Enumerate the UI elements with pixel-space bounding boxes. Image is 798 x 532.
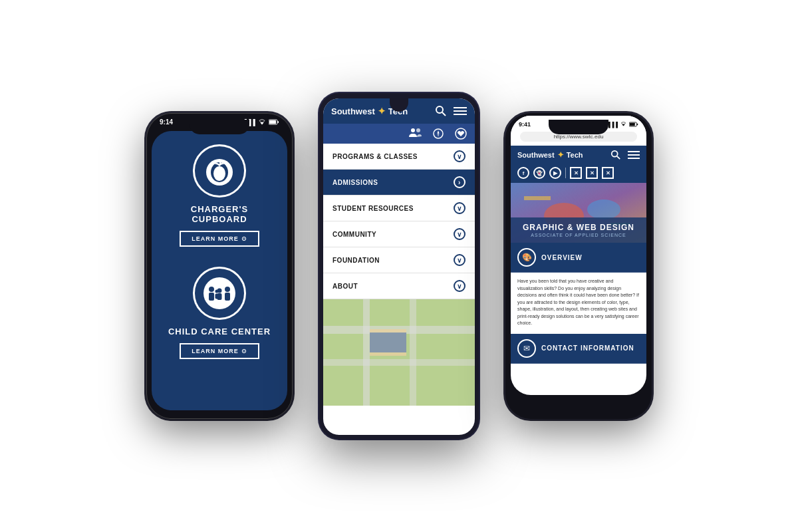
map-preview: VISIT CAMPUS APPLY NOW APPLY A CLASS	[323, 299, 475, 406]
svg-rect-32	[637, 124, 638, 126]
hero-sub: ASSOCIATE OF APPLIED SCIENCE	[516, 233, 641, 237]
chevron-admissions: ›	[454, 176, 466, 188]
palette-icon: 🎨	[517, 248, 536, 267]
status-icons-right: ▐▐▐	[606, 122, 638, 128]
wifi-icon-r	[620, 122, 627, 127]
svg-line-19	[442, 112, 446, 116]
svg-line-35	[617, 156, 620, 159]
overview-section-header: 🎨 OVERVIEW	[511, 243, 646, 273]
svg-rect-1	[278, 121, 279, 123]
svg-point-18	[436, 106, 443, 113]
overview-title: OVERVIEW	[541, 254, 583, 261]
screen-right: 9:41 ▐▐▐ https://www.swtc.edu Southwest …	[511, 116, 646, 395]
menu-icon[interactable]	[454, 107, 467, 115]
nav-label-community: COMMUNITY	[332, 231, 376, 238]
r-logo-star: ✦	[557, 150, 564, 160]
youtube-icon: ▶	[549, 167, 561, 179]
nav-menu: PROGRAMS & CLASSES ∨ ADMISSIONS › STUDEN…	[323, 144, 475, 299]
svg-rect-28	[410, 299, 416, 406]
chevron-programs: ∨	[454, 150, 466, 162]
overview-text: Have you been told that you have creativ…	[511, 273, 646, 332]
secondary-bar	[323, 124, 475, 144]
battery-r	[629, 122, 638, 127]
nav-item-programs[interactable]: PROGRAMS & CLASSES ∨	[323, 144, 475, 170]
svg-rect-26	[323, 359, 475, 366]
r-header: Southwest ✦ Tech	[511, 146, 646, 164]
nav-item-about[interactable]: ABOUT ∨	[323, 273, 475, 299]
social-bar: f 👻 ▶ ✕ ✕ ✕	[511, 164, 646, 183]
svg-rect-39	[524, 196, 551, 200]
phone-left: 9:14 ▐▐▐ CHARGER'	[146, 113, 293, 419]
card1-title: CHARGER'S CUPBOARD	[162, 204, 277, 224]
snapchat-icon: 👻	[533, 167, 545, 179]
nav-item-student[interactable]: STUDENT RESOURCES ∨	[323, 196, 475, 221]
svg-point-34	[612, 151, 618, 157]
chevron-community: ∨	[454, 228, 466, 240]
phone-right: 9:41 ▐▐▐ https://www.swtc.edu Southwest …	[505, 113, 652, 419]
svg-rect-17	[215, 294, 219, 299]
r-menu-icon[interactable]	[628, 151, 640, 159]
notch-left	[190, 120, 249, 134]
notch-right	[549, 120, 608, 134]
people-icon	[408, 128, 422, 138]
svg-point-12	[225, 287, 230, 292]
compass-icon	[432, 128, 444, 140]
nav-label-about: ABOUT	[332, 283, 358, 290]
contact-icon: ✉	[517, 339, 536, 358]
apple-icon	[205, 155, 234, 187]
phone-mid: Southwest ✦ Tech	[319, 93, 479, 439]
svg-point-21	[416, 128, 420, 132]
scene: 9:14 ▐▐▐ CHARGER'	[33, 13, 765, 519]
search-icon[interactable]	[435, 105, 447, 117]
nav-label-foundation: FOUNDATION	[332, 257, 380, 264]
heart-icon	[455, 128, 467, 140]
hero-section: GRAPHIC & WEB DESIGN ASSOCIATE OF APPLIE…	[511, 183, 646, 243]
logo-star: ✦	[378, 106, 386, 116]
time-left: 9:14	[160, 118, 173, 126]
svg-point-16	[215, 290, 219, 293]
wifi-icon	[258, 119, 266, 126]
chevron-student: ∨	[454, 202, 466, 214]
family-icon	[202, 276, 237, 311]
svg-rect-13	[225, 293, 230, 301]
family-circle-icon	[193, 267, 246, 320]
hero-title: GRAPHIC & WEB DESIGN	[516, 223, 641, 232]
apple-circle-icon	[193, 144, 246, 198]
chevron-foundation: ∨	[454, 254, 466, 266]
x-icon-2: ✕	[586, 167, 598, 179]
battery-icon	[269, 119, 279, 125]
nav-item-foundation[interactable]: FOUNDATION ∨	[323, 247, 475, 273]
nav-item-community[interactable]: COMMUNITY ∨	[323, 221, 475, 247]
svg-rect-27	[363, 299, 370, 406]
svg-point-38	[587, 200, 620, 219]
contact-title: CONTACT INFORMATION	[541, 344, 634, 352]
nav-label-admissions: ADMISSIONS	[332, 179, 378, 186]
facebook-icon: f	[517, 167, 529, 179]
svg-point-20	[411, 128, 415, 132]
r-logo: Southwest ✦ Tech	[517, 150, 583, 160]
time-right: 9:41	[519, 121, 531, 128]
notch-mid	[390, 93, 408, 112]
r-search-icon[interactable]	[610, 150, 621, 160]
chevron-about: ∨	[454, 280, 466, 292]
screen-left: CHARGER'S CUPBOARD LEARN MORE ⊙	[152, 131, 287, 410]
map-svg	[323, 299, 475, 406]
divider	[565, 168, 566, 178]
svg-rect-2	[269, 120, 276, 124]
learn-more-btn-2[interactable]: LEARN MORE ⊙	[180, 343, 259, 359]
svg-point-6	[213, 166, 225, 181]
svg-rect-30	[370, 332, 406, 352]
nav-label-programs: PROGRAMS & CLASSES	[332, 153, 418, 160]
svg-rect-33	[630, 123, 635, 126]
x-icon-3: ✕	[602, 167, 614, 179]
r-header-icons	[610, 150, 640, 160]
header-icons	[435, 105, 467, 117]
svg-rect-11	[209, 293, 214, 301]
hero-overlay: GRAPHIC & WEB DESIGN ASSOCIATE OF APPLIE…	[511, 217, 646, 243]
nav-label-student: STUDENT RESOURCES	[332, 205, 414, 212]
card2-title: CHILD CARE CENTER	[168, 327, 271, 336]
x-icon-1: ✕	[570, 167, 582, 179]
nav-item-admissions[interactable]: ADMISSIONS ›	[323, 170, 475, 196]
learn-more-btn-1[interactable]: LEARN MORE ⊙	[180, 231, 259, 247]
contact-section-header: ✉ CONTACT INFORMATION	[511, 334, 646, 364]
